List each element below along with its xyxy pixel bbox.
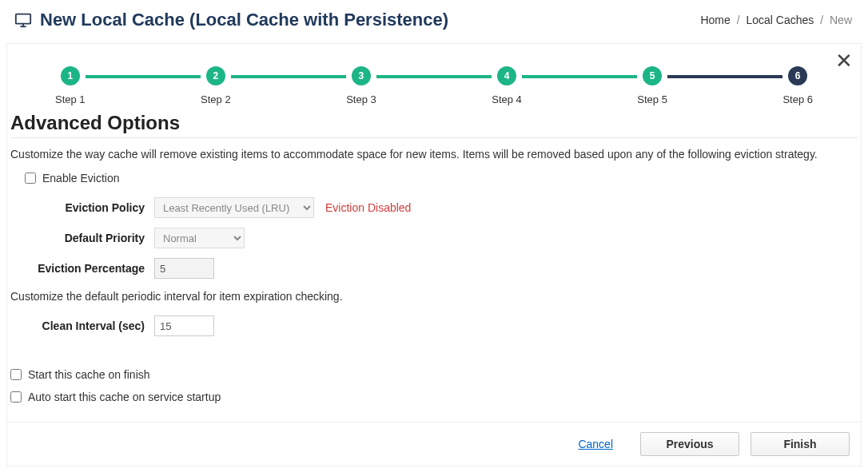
breadcrumb-sep: / xyxy=(737,14,740,26)
eviction-policy-select[interactable]: Least Recently Used (LRU) xyxy=(154,197,314,218)
wizard-panel: ✕ 1 Step 1 2 Step 2 3 Step 3 4 Step 4 5 … xyxy=(6,43,862,466)
clean-interval-desc: Customize the default periodic interval … xyxy=(7,284,861,311)
auto-start-label[interactable]: Auto start this cache on service startup xyxy=(28,391,221,403)
clean-interval-row: Clean Interval (sec) xyxy=(7,311,861,341)
finish-button[interactable]: Finish xyxy=(751,432,850,456)
auto-start-row: Auto start this cache on service startup xyxy=(7,387,861,410)
step-label: Step 5 xyxy=(637,93,667,105)
start-on-finish-checkbox[interactable] xyxy=(10,369,22,380)
step-connector xyxy=(231,75,346,78)
page-title: New Local Cache (Local Cache with Persis… xyxy=(40,10,448,30)
section-divider xyxy=(10,137,858,138)
clean-interval-input[interactable] xyxy=(154,315,214,336)
step-circle: 1 xyxy=(61,66,80,85)
eviction-pct-label: Eviction Percentage xyxy=(10,262,154,275)
step-label: Step 6 xyxy=(782,93,813,105)
step-circle: 3 xyxy=(352,66,371,85)
step-label: Step 2 xyxy=(201,93,231,105)
enable-eviction-checkbox[interactable] xyxy=(25,173,36,184)
breadcrumb-local-caches[interactable]: Local Caches xyxy=(746,14,814,26)
step-connector xyxy=(667,75,782,78)
breadcrumb: Home / Local Caches / New xyxy=(700,14,852,26)
monitor-icon xyxy=(14,11,32,29)
enable-eviction-row: Enable Eviction xyxy=(7,169,861,192)
previous-button[interactable]: Previous xyxy=(640,432,739,456)
step-circle: 2 xyxy=(206,66,225,85)
footer-bar: Cancel Previous Finish xyxy=(7,422,861,466)
eviction-pct-row: Eviction Percentage xyxy=(7,253,861,284)
eviction-desc: Customize the way cache will remove exis… xyxy=(7,148,861,169)
step-circle: 5 xyxy=(643,66,662,85)
step-6[interactable]: 6 Step 6 xyxy=(782,66,813,105)
step-connector xyxy=(522,75,637,78)
step-circle: 6 xyxy=(788,66,807,85)
step-circle: 4 xyxy=(497,66,516,85)
step-connector xyxy=(86,75,201,78)
default-priority-label: Default Priority xyxy=(10,232,154,244)
clean-interval-label: Clean Interval (sec) xyxy=(10,319,154,332)
eviction-policy-row: Eviction Policy Least Recently Used (LRU… xyxy=(7,192,861,223)
step-1[interactable]: 1 Step 1 xyxy=(55,66,86,105)
step-3[interactable]: 3 Step 3 xyxy=(346,66,376,105)
breadcrumb-sep: / xyxy=(820,14,823,26)
stepper: 1 Step 1 2 Step 2 3 Step 3 4 Step 4 5 St… xyxy=(7,44,861,112)
start-on-finish-row: Start this cache on finish xyxy=(7,365,861,387)
default-priority-row: Default Priority Normal xyxy=(7,223,861,253)
step-4[interactable]: 4 Step 4 xyxy=(492,66,522,105)
topbar: New Local Cache (Local Cache with Persis… xyxy=(0,0,868,38)
step-label: Step 4 xyxy=(492,93,522,105)
step-label: Step 3 xyxy=(346,93,376,105)
auto-start-checkbox[interactable] xyxy=(10,391,22,403)
enable-eviction-label[interactable]: Enable Eviction xyxy=(42,172,120,184)
section-title: Advanced Options xyxy=(7,112,861,134)
close-icon[interactable]: ✕ xyxy=(835,50,853,71)
step-5[interactable]: 5 Step 5 xyxy=(637,66,667,105)
eviction-pct-input[interactable] xyxy=(154,258,214,279)
step-2[interactable]: 2 Step 2 xyxy=(201,66,231,105)
topbar-left: New Local Cache (Local Cache with Persis… xyxy=(14,10,448,30)
start-on-finish-label[interactable]: Start this cache on finish xyxy=(28,368,150,381)
breadcrumb-home[interactable]: Home xyxy=(700,14,730,26)
eviction-disabled-msg: Eviction Disabled xyxy=(325,201,411,214)
default-priority-select[interactable]: Normal xyxy=(154,228,245,248)
cancel-link[interactable]: Cancel xyxy=(578,438,613,450)
step-connector xyxy=(376,75,492,78)
eviction-policy-label: Eviction Policy xyxy=(10,201,154,214)
step-label: Step 1 xyxy=(55,93,86,105)
svg-rect-0 xyxy=(16,14,30,24)
breadcrumb-current: New xyxy=(830,14,852,26)
